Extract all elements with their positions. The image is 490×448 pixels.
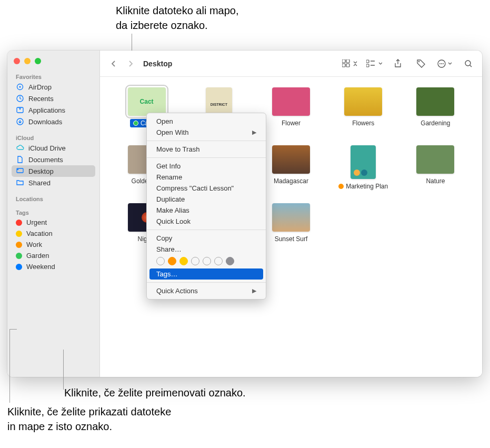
menu-item-rename[interactable]: Rename (147, 172, 266, 183)
svg-point-17 (443, 63, 444, 64)
tag-dot-green (16, 253, 22, 259)
sidebar-tag-urgent[interactable]: Urgent (7, 217, 99, 228)
forward-button[interactable] (123, 57, 138, 70)
svg-point-15 (439, 63, 441, 64)
toolbar: Desktop (100, 51, 482, 77)
menu-item-duplicate[interactable]: Duplicate (147, 194, 266, 205)
svg-point-18 (465, 61, 471, 66)
sidebar-item-label: AirDrop (28, 83, 52, 91)
svg-rect-12 (366, 64, 369, 67)
menu-item-compress[interactable]: Compress "Cacti Lesson" (147, 183, 266, 194)
sidebar-item-label: Work (26, 241, 42, 248)
file-thumb (416, 145, 454, 174)
tag-dot-yellow (16, 231, 22, 237)
menu-item-open-with[interactable]: Open With▶ (147, 127, 266, 138)
file-thumb (344, 87, 382, 116)
menu-item-quicklook[interactable]: Quick Look (147, 216, 266, 227)
file-label: Gardening (417, 119, 453, 127)
menu-item-getinfo[interactable]: Get Info (147, 161, 266, 172)
sidebar-item-desktop[interactable]: Desktop (12, 165, 95, 177)
menu-separator (147, 230, 266, 230)
file-label: Marketing Plan (335, 182, 391, 191)
document-icon (16, 155, 24, 164)
tag-circle-empty[interactable] (203, 257, 211, 265)
back-button[interactable] (106, 57, 121, 70)
annotation-top: Kliknite datoteko ali mapo, da izberete … (116, 3, 238, 33)
sidebar-tag-garden[interactable]: Garden (7, 250, 99, 261)
tag-circle-empty[interactable] (191, 257, 199, 265)
tag-circle-gray[interactable] (226, 257, 234, 265)
more-button[interactable] (437, 57, 453, 70)
folder-icon (16, 178, 24, 187)
traffic-lights (7, 56, 99, 71)
sidebar-tag-weekend[interactable]: Weekend (7, 261, 99, 272)
menu-item-makealias[interactable]: Make Alias (147, 205, 266, 216)
svg-rect-9 (342, 64, 345, 67)
menu-separator (147, 157, 266, 158)
svg-rect-7 (342, 59, 345, 63)
minimize-button[interactable] (24, 58, 31, 64)
sidebar-item-documents[interactable]: Documents (7, 154, 99, 165)
menu-tag-row (147, 255, 266, 268)
file-thumb (272, 203, 310, 232)
sidebar-section-tags: Tags (7, 206, 99, 217)
sidebar-item-label: Recents (28, 95, 54, 103)
menu-item-quickactions[interactable]: Quick Actions▶ (147, 285, 266, 296)
svg-rect-8 (346, 59, 349, 63)
tag-circle-none[interactable] (156, 257, 165, 265)
share-button[interactable] (391, 57, 405, 70)
applications-icon (16, 106, 24, 114)
menu-item-share[interactable]: Share… (147, 244, 266, 255)
toolbar-right (342, 57, 476, 70)
file-item[interactable]: Nature (404, 145, 467, 191)
file-thumb (272, 87, 310, 116)
tag-circle-orange[interactable] (168, 257, 176, 265)
file-item[interactable]: Gardening (404, 87, 467, 133)
sidebar-item-label: iCloud Drive (28, 144, 66, 152)
sidebar-item-shared[interactable]: Shared (7, 177, 99, 188)
tag-dot-orange (16, 242, 22, 248)
file-label: Flower (278, 119, 304, 127)
sidebar-item-label: Desktop (28, 167, 54, 175)
view-icons-button[interactable] (342, 57, 358, 70)
sidebar-tag-work[interactable]: Work (7, 239, 99, 250)
callout-line-showfiles (9, 329, 10, 403)
file-item[interactable]: Marketing Plan (332, 145, 395, 191)
group-button[interactable] (366, 57, 382, 70)
sidebar-item-label: Weekend (26, 263, 55, 271)
file-thumb (351, 145, 376, 179)
downloads-icon (16, 117, 24, 126)
sidebar-item-icloud-drive[interactable]: iCloud Drive (7, 142, 99, 154)
sidebar-tag-vacation[interactable]: Vacation (7, 228, 99, 239)
sidebar-item-applications[interactable]: Applications (7, 104, 99, 116)
tag-circle-yellow[interactable] (179, 257, 188, 265)
callout-line-rename (63, 350, 64, 390)
tag-dot-icon (133, 121, 138, 126)
sidebar-item-airdrop[interactable]: AirDrop (7, 81, 99, 93)
window-title: Desktop (143, 59, 172, 68)
sidebar-item-label: Vacation (26, 230, 53, 237)
menu-separator (147, 141, 266, 141)
close-button[interactable] (14, 58, 20, 64)
file-item[interactable]: Flowers (332, 87, 395, 133)
cloud-icon (16, 144, 24, 152)
tags-button[interactable] (414, 57, 428, 70)
tag-circle-empty[interactable] (214, 257, 223, 265)
airdrop-icon (16, 83, 24, 91)
file-item[interactable]: Madagascar (259, 145, 323, 191)
sidebar-item-downloads[interactable]: Downloads (7, 116, 99, 127)
maximize-button[interactable] (35, 58, 41, 64)
menu-separator (147, 282, 266, 283)
file-item[interactable]: Sunset Surf (259, 203, 323, 243)
chevron-right-icon: ▶ (252, 129, 256, 136)
search-button[interactable] (461, 57, 476, 70)
menu-item-trash[interactable]: Move to Trash (147, 144, 266, 155)
sidebar-item-recents[interactable]: Recents (7, 93, 99, 104)
sidebar-section-icloud: iCloud (7, 132, 99, 142)
file-thumb: Cact (128, 87, 166, 116)
sidebar-item-label: Downloads (28, 118, 62, 126)
file-item[interactable]: Flower (259, 87, 323, 133)
menu-item-copy[interactable]: Copy (147, 233, 266, 244)
menu-item-open[interactable]: Open (147, 116, 266, 127)
menu-item-tags[interactable]: Tags… (149, 268, 263, 280)
